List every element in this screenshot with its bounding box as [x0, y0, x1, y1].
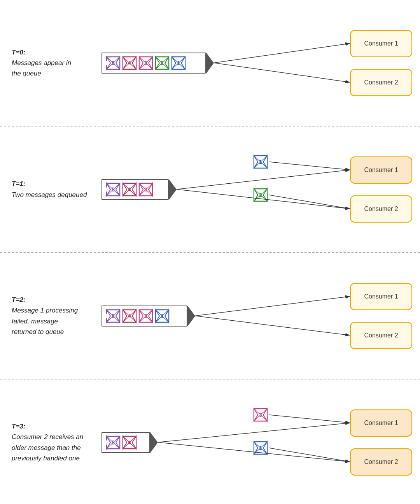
svg-line-109	[254, 409, 267, 421]
consumer1-box-t2: Consumer 1	[350, 283, 412, 310]
label-t0: T=0:Messages appear inthe queue	[0, 47, 101, 79]
svg-marker-111	[263, 409, 267, 421]
svg-line-121	[158, 443, 350, 462]
queue-arrow-t2	[187, 306, 195, 327]
consumers-col-t1: Consumer 1Consumer 2	[350, 156, 420, 223]
svg-line-114	[254, 442, 267, 454]
msg-4-in-queue: 4	[121, 55, 138, 71]
svg-text:3: 3	[144, 313, 147, 319]
time-label-t1: T=1:	[12, 180, 25, 188]
row-t1: T=1:Two messages dequeued543Consumer 1Co…	[0, 126, 420, 252]
label-t3: T=3:Consumer 2 receives anolder message …	[0, 421, 101, 464]
svg-line-93	[195, 297, 350, 316]
svg-marker-55	[263, 156, 267, 168]
consumer2-box-t0: Consumer 2	[350, 69, 412, 96]
queue-left-notch-t2	[102, 306, 108, 327]
svg-text:4: 4	[128, 313, 131, 319]
svg-text:2: 2	[161, 60, 164, 66]
svg-text:1: 1	[259, 445, 262, 451]
queue-arrow-t0	[206, 53, 214, 74]
svg-marker-60	[254, 189, 258, 201]
svg-marker-57	[254, 189, 267, 201]
row-t2: T=2:Message 1 processingfailed, messager…	[0, 253, 420, 379]
label-t2: T=2:Message 1 processingfailed, messager…	[0, 295, 101, 337]
queue-arrow-t3	[150, 432, 158, 453]
svg-marker-54	[254, 156, 258, 168]
main-area-t3: 54Consumer 1Consumer 231	[101, 387, 420, 497]
queue-t1: 543	[101, 179, 169, 200]
svg-line-32	[214, 63, 350, 83]
floating-msg-1-t1: 1	[252, 154, 269, 170]
label-t1: T=1:Two messages dequeued	[0, 179, 101, 200]
svg-text:5: 5	[112, 186, 115, 193]
desc-line-0: Two messages dequeued	[12, 191, 87, 198]
floating-msg-2-t1: 2	[252, 187, 269, 203]
msg-3-in-queue: 3	[138, 308, 154, 324]
svg-text:4: 4	[128, 439, 131, 446]
desc-line-1: failed, message	[12, 318, 58, 325]
msg-2-in-queue: 2	[154, 55, 170, 71]
queue-left-notch-t1	[102, 179, 108, 200]
msg-3-in-queue: 3	[138, 181, 154, 198]
svg-line-58	[254, 189, 267, 201]
svg-text:1: 1	[161, 313, 164, 319]
consumer1-box-t0: Consumer 1	[350, 30, 412, 57]
floating-msg-1-t3: 1	[252, 440, 269, 456]
svg-text:1: 1	[177, 60, 180, 66]
main-area-t1: 543Consumer 1Consumer 212	[101, 134, 420, 244]
main-area-t0: 54321Consumer 1Consumer 2	[101, 8, 420, 118]
svg-line-108	[254, 409, 267, 421]
queue-t0: 54321	[101, 53, 206, 74]
consumer2-box-t3: Consumer 2	[350, 448, 412, 476]
time-label-t2: T=2:	[12, 296, 25, 304]
consumer1-box-t1: Consumer 1	[350, 156, 412, 184]
diagram-container: T=0:Messages appear inthe queue54321Cons…	[0, 0, 420, 504]
svg-line-123	[269, 448, 350, 462]
consumer2-box-t1: Consumer 2	[350, 195, 412, 223]
svg-text:1: 1	[259, 159, 262, 165]
svg-marker-51	[254, 156, 267, 168]
svg-text:5: 5	[112, 439, 115, 446]
svg-marker-61	[263, 189, 267, 201]
floating-msg-3-t3: 3	[252, 407, 269, 423]
desc-line-2: returned to queue	[12, 328, 64, 335]
svg-marker-117	[263, 442, 267, 454]
queue-t3: 54	[101, 432, 150, 453]
queue-left-notch-t3	[102, 432, 108, 453]
desc-line-1: older message than the	[12, 444, 81, 451]
svg-text:4: 4	[128, 60, 131, 66]
queue-wrapper-t1: 543	[101, 179, 177, 200]
svg-text:3: 3	[144, 60, 147, 66]
svg-text:2: 2	[259, 192, 262, 198]
svg-line-31	[214, 44, 350, 63]
row-t0: T=0:Messages appear inthe queue54321Cons…	[0, 0, 420, 126]
consumers-col-t3: Consumer 1Consumer 2	[350, 409, 420, 476]
msg-4-in-queue: 4	[121, 308, 138, 324]
row-t3: T=3:Consumer 2 receives anolder message …	[0, 379, 420, 504]
main-area-t2: 5431Consumer 1Consumer 2	[101, 261, 420, 371]
svg-line-94	[195, 316, 350, 335]
msg-1-in-queue: 1	[170, 55, 187, 71]
queue-left-notch-t0	[102, 53, 108, 74]
msg-4-in-queue: 4	[121, 434, 138, 451]
svg-line-122	[269, 415, 350, 423]
desc-line-0: Messages appear in	[12, 59, 71, 67]
queue-t2: 5431	[101, 306, 187, 327]
queue-wrapper-t3: 54	[101, 432, 158, 453]
consumer1-box-t3: Consumer 1	[350, 409, 412, 437]
svg-line-115	[254, 442, 267, 454]
time-label-t0: T=0:	[12, 49, 25, 56]
queue-arrow-t1	[169, 179, 177, 200]
svg-line-66	[269, 162, 350, 170]
queue-wrapper-t0: 54321	[101, 53, 214, 74]
svg-line-52	[254, 156, 267, 168]
msg-4-in-queue: 4	[121, 181, 138, 198]
msg-3-in-queue: 3	[138, 55, 154, 71]
svg-text:5: 5	[112, 60, 115, 66]
msg-1-in-queue: 1	[154, 308, 170, 324]
svg-line-120	[158, 423, 350, 443]
svg-text:4: 4	[128, 186, 131, 193]
svg-line-64	[177, 170, 350, 190]
svg-text:5: 5	[112, 313, 115, 319]
consumers-col-t0: Consumer 1Consumer 2	[350, 30, 420, 96]
